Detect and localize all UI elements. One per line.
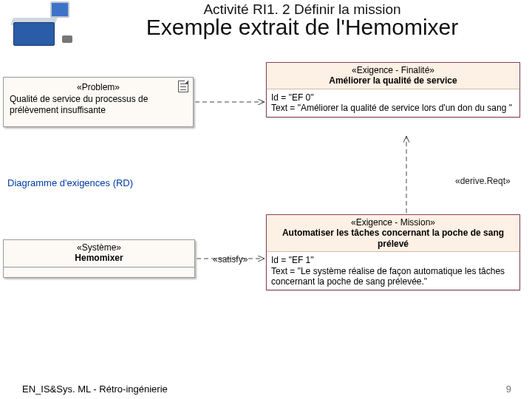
requirement-mission-head: «Exigence - Mission» Automatiser les tâc… <box>267 215 519 252</box>
system-head: «Système» Hemomixer <box>4 240 194 267</box>
problem-stereotype: «Problem» <box>4 78 193 94</box>
footer-text: EN_IS&Sys. ML - Rétro-ingénierie <box>22 383 168 395</box>
note-icon <box>178 81 188 92</box>
requirement-finalite-body: Id = "EF 0" Text = "Améliorer la qualité… <box>267 89 519 117</box>
system-stereotype: «Système» <box>7 242 191 253</box>
requirement-finalite-head: «Exigence - Finalité» Améliorer la quali… <box>267 63 519 89</box>
problem-text: Qualité de service du processus de prélè… <box>4 94 193 118</box>
slide-footer: EN_IS&Sys. ML - Rétro-ingénierie 9 <box>0 383 532 395</box>
problem-box: «Problem» Qualité de service du processu… <box>3 77 194 127</box>
slide-subtitle: Exemple extrait de l'Hemomixer <box>78 15 526 40</box>
requirement-finalite-title: Améliorer la qualité de service <box>270 75 516 86</box>
requirement-finalite-stereotype: «Exigence - Finalité» <box>270 65 516 75</box>
derive-label: «derive.Reqt» <box>455 176 511 186</box>
requirement-mission-title: Automatiser les tâches concernant la poc… <box>270 228 516 249</box>
requirement-finalite-id: Id = "EF 0" <box>271 92 515 103</box>
requirement-mission-body: Id = "EF 1" Text = "Le système réalise d… <box>267 252 519 290</box>
requirement-finalite-text: Text = "Améliorer la qualité de service … <box>271 103 515 113</box>
requirement-mission-text: Text = "Le système réalise de façon auto… <box>271 266 515 287</box>
page-number: 9 <box>506 383 511 395</box>
system-name: Hemomixer <box>7 253 191 263</box>
satisfy-label: «satisfy» <box>213 254 248 265</box>
requirement-mission-stereotype: «Exigence - Mission» <box>270 217 516 228</box>
system-box: «Système» Hemomixer <box>3 239 195 278</box>
requirement-mission-id: Id = "EF 1" <box>271 255 515 265</box>
diagram-caption: Diagramme d'exigences (RD) <box>7 177 133 188</box>
slide-header: Activité RI1. 2 Définir la mission Exemp… <box>0 0 532 49</box>
requirement-finalite-box: «Exigence - Finalité» Améliorer la quali… <box>266 62 520 117</box>
diagram-canvas: «Problem» Qualité de service du processu… <box>0 49 532 352</box>
device-illustration <box>6 1 72 49</box>
requirement-mission-box: «Exigence - Mission» Automatiser les tâc… <box>266 214 520 290</box>
title-block: Activité RI1. 2 Définir la mission Exemp… <box>78 1 526 40</box>
